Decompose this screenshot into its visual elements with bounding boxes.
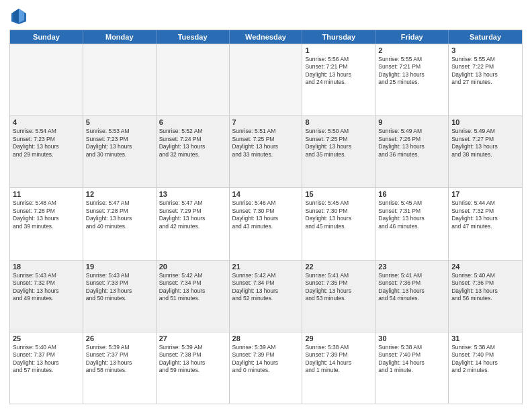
day-number: 13 (159, 190, 226, 198)
calendar-cell-week3-day6: 16Sunrise: 5:45 AM Sunset: 7:31 PM Dayli… (375, 188, 449, 259)
calendar-week-2: 4Sunrise: 5:54 AM Sunset: 7:23 PM Daylig… (10, 116, 522, 187)
day-number: 5 (86, 118, 153, 126)
calendar-cell-week4-day4: 21Sunrise: 5:42 AM Sunset: 7:34 PM Dayli… (230, 261, 303, 332)
day-number: 22 (305, 263, 372, 271)
calendar-cell-week2-day2: 5Sunrise: 5:53 AM Sunset: 7:23 PM Daylig… (83, 116, 157, 187)
day-number: 31 (451, 334, 519, 342)
day-number: 19 (86, 263, 153, 271)
day-info: Sunrise: 5:42 AM Sunset: 7:34 PM Dayligh… (232, 272, 300, 303)
calendar-week-1: 1Sunrise: 5:56 AM Sunset: 7:21 PM Daylig… (10, 44, 522, 116)
page: SundayMondayTuesdayWednesdayThursdayFrid… (0, 0, 532, 411)
calendar-week-3: 11Sunrise: 5:48 AM Sunset: 7:28 PM Dayli… (10, 187, 522, 259)
day-number: 25 (13, 334, 80, 342)
calendar-cell-week1-day3 (157, 44, 230, 116)
calendar-cell-week3-day2: 12Sunrise: 5:47 AM Sunset: 7:28 PM Dayli… (83, 188, 157, 259)
calendar-header-wednesday: Wednesday (230, 30, 303, 44)
day-info: Sunrise: 5:41 AM Sunset: 7:35 PM Dayligh… (305, 272, 372, 303)
calendar-cell-week2-day5: 8Sunrise: 5:50 AM Sunset: 7:25 PM Daylig… (302, 116, 375, 187)
calendar-cell-week1-day4 (230, 44, 303, 116)
day-info: Sunrise: 5:56 AM Sunset: 7:21 PM Dayligh… (305, 56, 372, 87)
calendar-header-saturday: Saturday (449, 30, 522, 44)
calendar-cell-week4-day3: 20Sunrise: 5:42 AM Sunset: 7:34 PM Dayli… (157, 261, 230, 332)
day-number: 7 (232, 118, 300, 126)
day-info: Sunrise: 5:55 AM Sunset: 7:22 PM Dayligh… (451, 56, 519, 87)
calendar-week-4: 18Sunrise: 5:43 AM Sunset: 7:32 PM Dayli… (10, 260, 522, 332)
calendar-cell-week5-day6: 30Sunrise: 5:38 AM Sunset: 7:40 PM Dayli… (375, 332, 449, 404)
day-number: 26 (86, 334, 153, 342)
day-info: Sunrise: 5:38 AM Sunset: 7:39 PM Dayligh… (305, 344, 372, 375)
calendar-cell-week4-day7: 24Sunrise: 5:40 AM Sunset: 7:36 PM Dayli… (449, 261, 522, 332)
day-info: Sunrise: 5:41 AM Sunset: 7:36 PM Dayligh… (378, 272, 445, 303)
day-info: Sunrise: 5:46 AM Sunset: 7:30 PM Dayligh… (232, 199, 300, 230)
calendar-cell-week5-day2: 26Sunrise: 5:39 AM Sunset: 7:37 PM Dayli… (83, 332, 157, 404)
calendar-header-monday: Monday (83, 30, 157, 44)
calendar-header-friday: Friday (375, 30, 449, 44)
day-info: Sunrise: 5:42 AM Sunset: 7:34 PM Dayligh… (159, 272, 226, 303)
day-info: Sunrise: 5:38 AM Sunset: 7:40 PM Dayligh… (378, 344, 445, 375)
day-number: 14 (232, 190, 300, 198)
day-info: Sunrise: 5:40 AM Sunset: 7:37 PM Dayligh… (13, 344, 80, 375)
calendar-cell-week1-day6: 2Sunrise: 5:55 AM Sunset: 7:21 PM Daylig… (375, 44, 449, 116)
day-number: 16 (378, 190, 445, 198)
day-number: 4 (13, 118, 80, 126)
day-info: Sunrise: 5:54 AM Sunset: 7:23 PM Dayligh… (13, 128, 80, 158)
day-info: Sunrise: 5:47 AM Sunset: 7:29 PM Dayligh… (159, 199, 226, 230)
calendar-cell-week3-day3: 13Sunrise: 5:47 AM Sunset: 7:29 PM Dayli… (157, 188, 230, 259)
day-number: 17 (451, 190, 519, 198)
day-number: 29 (305, 334, 372, 342)
logo (9, 7, 31, 26)
day-info: Sunrise: 5:49 AM Sunset: 7:26 PM Dayligh… (378, 128, 445, 158)
day-number: 11 (13, 190, 80, 198)
calendar-header-thursday: Thursday (302, 30, 375, 44)
day-number: 12 (86, 190, 153, 198)
day-number: 3 (451, 46, 519, 54)
day-number: 30 (378, 334, 445, 342)
day-number: 27 (159, 334, 226, 342)
calendar-cell-week5-day1: 25Sunrise: 5:40 AM Sunset: 7:37 PM Dayli… (10, 332, 83, 404)
day-info: Sunrise: 5:43 AM Sunset: 7:32 PM Dayligh… (13, 272, 80, 303)
day-number: 1 (305, 46, 372, 54)
calendar-cell-week5-day3: 27Sunrise: 5:39 AM Sunset: 7:38 PM Dayli… (157, 332, 230, 404)
day-info: Sunrise: 5:44 AM Sunset: 7:32 PM Dayligh… (451, 199, 519, 230)
calendar-cell-week2-day4: 7Sunrise: 5:51 AM Sunset: 7:25 PM Daylig… (230, 116, 303, 187)
calendar-cell-week5-day5: 29Sunrise: 5:38 AM Sunset: 7:39 PM Dayli… (302, 332, 375, 404)
calendar-cell-week3-day5: 15Sunrise: 5:45 AM Sunset: 7:30 PM Dayli… (302, 188, 375, 259)
calendar-cell-week5-day7: 31Sunrise: 5:38 AM Sunset: 7:40 PM Dayli… (449, 332, 522, 404)
calendar-cell-week2-day3: 6Sunrise: 5:52 AM Sunset: 7:24 PM Daylig… (157, 116, 230, 187)
day-info: Sunrise: 5:55 AM Sunset: 7:21 PM Dayligh… (378, 56, 445, 87)
calendar-cell-week1-day7: 3Sunrise: 5:55 AM Sunset: 7:22 PM Daylig… (449, 44, 522, 116)
day-number: 20 (159, 263, 226, 271)
day-info: Sunrise: 5:40 AM Sunset: 7:36 PM Dayligh… (451, 272, 519, 303)
day-info: Sunrise: 5:39 AM Sunset: 7:37 PM Dayligh… (86, 344, 153, 375)
calendar-header-row: SundayMondayTuesdayWednesdayThursdayFrid… (10, 30, 522, 44)
calendar-cell-week4-day5: 22Sunrise: 5:41 AM Sunset: 7:35 PM Dayli… (302, 261, 375, 332)
day-number: 6 (159, 118, 226, 126)
day-number: 10 (451, 118, 519, 126)
calendar-cell-week1-day2 (83, 44, 157, 116)
calendar-cell-week2-day1: 4Sunrise: 5:54 AM Sunset: 7:23 PM Daylig… (10, 116, 83, 187)
day-number: 23 (378, 263, 445, 271)
calendar-header-sunday: Sunday (10, 30, 83, 44)
calendar-cell-week3-day1: 11Sunrise: 5:48 AM Sunset: 7:28 PM Dayli… (10, 188, 83, 259)
day-number: 15 (305, 190, 372, 198)
day-info: Sunrise: 5:51 AM Sunset: 7:25 PM Dayligh… (232, 128, 300, 158)
header (9, 7, 523, 26)
day-number: 18 (13, 263, 80, 271)
calendar-cell-week4-day6: 23Sunrise: 5:41 AM Sunset: 7:36 PM Dayli… (375, 261, 449, 332)
calendar-cell-week5-day4: 28Sunrise: 5:39 AM Sunset: 7:39 PM Dayli… (230, 332, 303, 404)
calendar: SundayMondayTuesdayWednesdayThursdayFrid… (9, 30, 523, 404)
calendar-cell-week2-day6: 9Sunrise: 5:49 AM Sunset: 7:26 PM Daylig… (375, 116, 449, 187)
calendar-cell-week1-day5: 1Sunrise: 5:56 AM Sunset: 7:21 PM Daylig… (302, 44, 375, 116)
calendar-cell-week2-day7: 10Sunrise: 5:49 AM Sunset: 7:27 PM Dayli… (449, 116, 522, 187)
day-number: 9 (378, 118, 445, 126)
day-info: Sunrise: 5:49 AM Sunset: 7:27 PM Dayligh… (451, 128, 519, 158)
day-info: Sunrise: 5:45 AM Sunset: 7:31 PM Dayligh… (378, 199, 445, 230)
day-number: 21 (232, 263, 300, 271)
day-info: Sunrise: 5:43 AM Sunset: 7:33 PM Dayligh… (86, 272, 153, 303)
day-info: Sunrise: 5:39 AM Sunset: 7:39 PM Dayligh… (232, 344, 300, 375)
day-info: Sunrise: 5:48 AM Sunset: 7:28 PM Dayligh… (13, 199, 80, 230)
day-info: Sunrise: 5:38 AM Sunset: 7:40 PM Dayligh… (451, 344, 519, 375)
day-number: 2 (378, 46, 445, 54)
calendar-header-tuesday: Tuesday (157, 30, 230, 44)
calendar-body: 1Sunrise: 5:56 AM Sunset: 7:21 PM Daylig… (10, 44, 522, 404)
